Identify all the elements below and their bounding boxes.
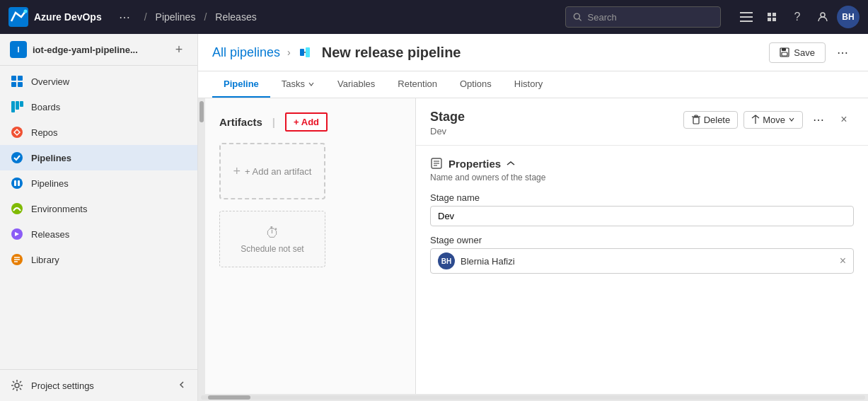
more-options-button[interactable]: ⋯ [831, 41, 854, 64]
app-logo[interactable]: Azure DevOps [8, 7, 102, 27]
sidebar-item-project-settings[interactable]: Project settings [0, 373, 197, 398]
sidebar-item-label: Overview [31, 76, 69, 87]
sidebar-item-releases[interactable]: Releases [0, 221, 197, 247]
user-avatar[interactable]: BH [837, 6, 860, 28]
main-container: I iot-edge-yaml-pipeline... + Overview [0, 34, 868, 401]
svg-rect-22 [14, 180, 16, 186]
page-header: All pipelines › New release pipeline [198, 34, 868, 71]
sidebar-item-repos[interactable]: Repos [0, 120, 197, 145]
clear-owner-button[interactable]: × [840, 255, 846, 267]
app-name: Azure DevOps [34, 11, 102, 23]
collapse-sidebar-button[interactable] [176, 379, 187, 393]
tab-pipeline[interactable]: Pipeline [212, 71, 270, 98]
menu-icon[interactable] [735, 6, 758, 28]
help-icon[interactable]: ? [786, 6, 809, 28]
content-area: All pipelines › New release pipeline [198, 34, 868, 401]
store-icon[interactable] [760, 6, 783, 28]
svg-rect-33 [782, 52, 787, 56]
svg-rect-28 [300, 49, 304, 56]
stage-subtitle: Dev [430, 126, 683, 136]
pipeline-body: Artifacts | + Add + + Add an artifact ⏱ [198, 98, 868, 394]
project-name: iot-edge-yaml-pipeline... [33, 45, 165, 55]
search-box [565, 6, 721, 28]
tabs-bar: Pipeline Tasks Variables Retention Optio… [198, 71, 868, 98]
properties-header: Properties [430, 157, 854, 170]
svg-rect-13 [18, 76, 23, 81]
artifact-placeholder-label: + Add an artifact [245, 166, 311, 177]
svg-point-21 [11, 178, 23, 189]
svg-rect-12 [11, 76, 16, 81]
tab-variables[interactable]: Variables [326, 71, 386, 98]
tab-history[interactable]: History [503, 71, 554, 98]
stage-name-input[interactable] [430, 206, 854, 226]
overview-icon [10, 74, 24, 88]
stage-actions: Delete Move ⋯ × [683, 110, 854, 129]
save-icon [780, 47, 789, 57]
stage-owner-field[interactable]: BH Blernia Hafizi × [430, 248, 854, 274]
sidebar-item-label: Repos [31, 127, 58, 138]
user-settings-icon[interactable] [811, 6, 834, 28]
svg-rect-32 [782, 48, 786, 51]
svg-line-3 [579, 18, 581, 21]
sidebar-item-pipelines2[interactable]: Pipelines [0, 170, 197, 196]
pipelines-icon [10, 151, 24, 165]
library-icon [10, 252, 24, 267]
sidebar-item-label: Releases [31, 229, 69, 240]
sidebar-item-boards[interactable]: Boards [0, 94, 197, 120]
tab-tasks[interactable]: Tasks [270, 71, 326, 98]
artifacts-label: Artifacts [219, 116, 262, 128]
tab-retention[interactable]: Retention [386, 71, 449, 98]
pipeline-header-icon [298, 44, 315, 61]
svg-rect-9 [768, 18, 771, 21]
breadcrumb-all-pipelines[interactable]: All pipelines [212, 45, 280, 60]
svg-point-19 [11, 127, 23, 138]
more-icon[interactable]: ⋯ [113, 6, 136, 28]
schedule-label: Schedule not set [241, 244, 303, 254]
boards-icon [10, 100, 24, 114]
svg-rect-16 [11, 101, 15, 112]
clock-icon: ⏱ [265, 225, 279, 241]
sidebar-item-label: Pipelines [31, 178, 69, 189]
horizontal-scrollbar[interactable] [198, 394, 868, 401]
tab-options[interactable]: Options [449, 71, 503, 98]
artifacts-header: Artifacts | + Add [219, 112, 401, 132]
repos-icon [10, 125, 24, 139]
sidebar-footer: Project settings [0, 369, 197, 401]
project-icon: I [10, 41, 27, 58]
stage-title: Stage [430, 110, 683, 124]
schedule-box[interactable]: ⏱ Schedule not set [219, 211, 325, 267]
close-stage-panel-button[interactable]: × [834, 110, 854, 129]
sidebar-item-label: Library [31, 255, 59, 265]
svg-rect-34 [693, 117, 699, 124]
breadcrumb-chevron: › [287, 47, 291, 58]
delete-stage-button[interactable]: Delete [683, 111, 739, 129]
sidebar-item-environments[interactable]: Environments [0, 196, 197, 221]
add-project-button[interactable]: + [170, 41, 187, 58]
pipelines2-icon [10, 176, 24, 190]
move-chevron-icon [788, 116, 795, 123]
stage-name-label: Stage name [430, 192, 854, 203]
breadcrumb-releases[interactable]: Releases [215, 11, 256, 23]
sidebar-item-library[interactable]: Library [0, 247, 197, 272]
sidebar-item-overview[interactable]: Overview [0, 69, 197, 94]
svg-rect-29 [306, 47, 310, 57]
environments-icon [10, 202, 24, 216]
svg-point-11 [821, 13, 825, 17]
add-artifact-placeholder[interactable]: + + Add an artifact [219, 143, 325, 199]
header-actions: Save ⋯ [769, 41, 854, 64]
svg-rect-18 [20, 101, 23, 107]
properties-icon [430, 157, 443, 170]
svg-rect-4 [740, 12, 753, 13]
properties-collapse-icon[interactable] [507, 161, 515, 166]
search-icon [573, 12, 582, 22]
breadcrumb-pipelines[interactable]: Pipelines [156, 11, 196, 23]
sidebar-item-pipelines[interactable]: Pipelines [0, 145, 197, 170]
svg-point-2 [574, 13, 579, 19]
move-stage-button[interactable]: Move [743, 111, 803, 129]
add-artifact-button[interactable]: + Add [285, 112, 328, 132]
stage-more-options-button[interactable]: ⋯ [809, 110, 828, 129]
move-icon [751, 115, 760, 124]
save-button[interactable]: Save [769, 42, 826, 63]
vertical-scrollbar[interactable] [198, 98, 205, 394]
search-input[interactable] [588, 12, 713, 23]
